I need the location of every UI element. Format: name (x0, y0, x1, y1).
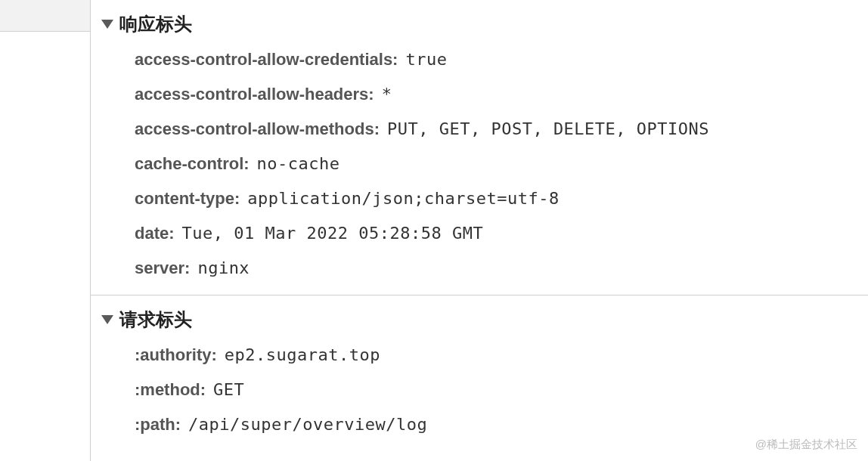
response-headers-toggle[interactable]: 响应标头 (101, 12, 868, 36)
header-row: :method: GET (135, 380, 868, 400)
header-name: :method: (135, 380, 206, 400)
sidebar-column (0, 0, 91, 461)
header-value: GET (213, 380, 244, 399)
request-headers-section: 请求标头 :authority: ep2.sugarat.top :method… (91, 295, 868, 451)
header-value: PUT, GET, POST, DELETE, OPTIONS (387, 119, 709, 138)
header-name: access-control-allow-headers: (135, 85, 374, 104)
request-headers-toggle[interactable]: 请求标头 (101, 308, 868, 332)
header-row: content-type: application/json;charset=u… (135, 189, 868, 209)
headers-panel: 响应标头 access-control-allow-credentials: t… (91, 0, 868, 461)
header-value: ep2.sugarat.top (225, 345, 380, 364)
header-name: content-type: (135, 189, 240, 209)
header-name: access-control-allow-credentials: (135, 50, 398, 70)
header-value: nginx (197, 258, 250, 277)
disclosure-triangle-icon (101, 20, 113, 29)
header-value: true (405, 50, 447, 69)
header-value: application/json;charset=utf-8 (247, 189, 559, 208)
disclosure-triangle-icon (101, 315, 113, 324)
header-row: :authority: ep2.sugarat.top (135, 345, 868, 365)
header-row: cache-control: no-cache (135, 154, 868, 174)
header-value: * (382, 85, 392, 104)
header-value: no-cache (257, 154, 340, 173)
header-name: cache-control: (135, 154, 250, 174)
header-row: server: nginx (135, 258, 868, 278)
header-row: access-control-allow-credentials: true (135, 50, 868, 70)
header-name: access-control-allow-methods: (135, 119, 380, 139)
header-row: access-control-allow-methods: PUT, GET, … (135, 119, 868, 139)
response-headers-section: 响应标头 access-control-allow-credentials: t… (91, 0, 868, 295)
header-name: :path: (135, 415, 181, 435)
header-row: date: Tue, 01 Mar 2022 05:28:58 GMT (135, 224, 868, 243)
sidebar-active-row[interactable] (0, 0, 90, 32)
header-value: /api/super/overview/log (188, 415, 427, 434)
section-title: 请求标头 (119, 308, 192, 332)
header-name: :authority: (135, 345, 217, 365)
header-name: date: (135, 224, 175, 243)
header-row: :path: /api/super/overview/log (135, 415, 868, 435)
section-title: 响应标头 (119, 12, 192, 36)
header-row: access-control-allow-headers: * (135, 85, 868, 104)
header-value: Tue, 01 Mar 2022 05:28:58 GMT (182, 224, 484, 243)
header-name: server: (135, 258, 190, 278)
